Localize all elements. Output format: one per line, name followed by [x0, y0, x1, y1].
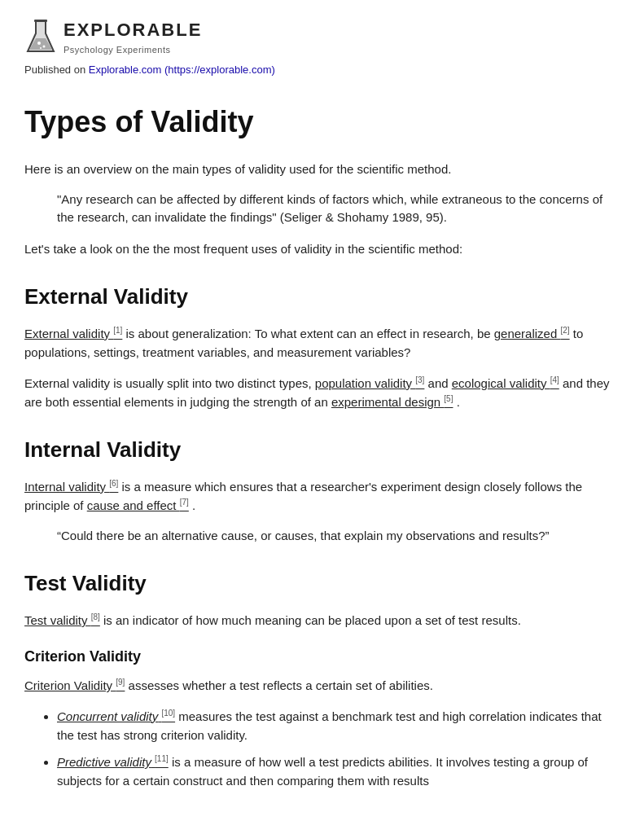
section-title-internal: Internal Validity [24, 434, 620, 466]
logo-title: EXPLORABLE [64, 16, 202, 43]
svg-rect-5 [34, 20, 47, 22]
published-line: Published on Explorable.com (https://exp… [24, 62, 620, 78]
svg-point-2 [37, 42, 41, 45]
internal-validity-link[interactable]: Internal validity [6] [24, 480, 118, 494]
list-item: Predictive validity [11] is a measure of… [57, 753, 620, 791]
logo: EXPLORABLE Psychology Experiments [24, 16, 202, 57]
predictive-validity-link[interactable]: Predictive validity [11] [57, 755, 169, 769]
logo-subtitle: Psychology Experiments [64, 43, 202, 57]
svg-point-4 [40, 47, 42, 49]
external-validity-para-2: External validity is usually split into … [24, 374, 620, 412]
section-title-test: Test Validity [24, 568, 620, 599]
criterion-validity-link[interactable]: Criterion Validity [9] [24, 678, 125, 692]
intro-paragraph-2: Let's take a look on the the most freque… [24, 240, 620, 259]
external-validity-link[interactable]: External validity [1] [24, 327, 122, 340]
concurrent-validity-link[interactable]: Concurrent validity [10] [57, 709, 175, 723]
section-title-external: External Validity [24, 281, 620, 313]
logo-icon [24, 19, 57, 55]
logo-text: EXPLORABLE Psychology Experiments [64, 16, 202, 57]
published-site-link[interactable]: Explorable.com [89, 64, 162, 76]
cause-and-effect-link[interactable]: cause and effect [7] [87, 498, 189, 512]
generalized-link[interactable]: generalized [2] [494, 327, 570, 340]
page-title: Types of Validity [24, 100, 620, 144]
header: EXPLORABLE Psychology Experiments [24, 16, 620, 57]
svg-point-3 [43, 45, 46, 47]
experimental-design-link[interactable]: experimental design [5] [331, 395, 453, 409]
published-url-link[interactable]: (https://explorable.com) [164, 64, 275, 76]
intro-paragraph: Here is an overview on the main types of… [24, 160, 620, 179]
population-validity-link[interactable]: population validity [3] [315, 376, 425, 390]
internal-validity-blockquote: “Could there be an alternative cause, or… [57, 527, 620, 546]
criterion-bullets: Concurrent validity [10] measures the te… [57, 707, 620, 791]
test-validity-link[interactable]: Test validity [8] [24, 613, 100, 627]
test-validity-para-1: Test validity [8] is an indicator of how… [24, 611, 620, 630]
ecological-validity-link[interactable]: ecological validity [4] [452, 376, 559, 390]
criterion-validity-intro: Criterion Validity [9] assesses whether … [24, 676, 620, 695]
list-item: Concurrent validity [10] measures the te… [57, 707, 620, 745]
subsection-title-criterion: Criterion Validity [24, 646, 620, 668]
intro-blockquote: "Any research can be affected by differe… [57, 191, 620, 227]
external-validity-para-1: External validity [1] is about generaliz… [24, 324, 620, 362]
internal-validity-para-1: Internal validity [6] is a measure which… [24, 477, 620, 516]
